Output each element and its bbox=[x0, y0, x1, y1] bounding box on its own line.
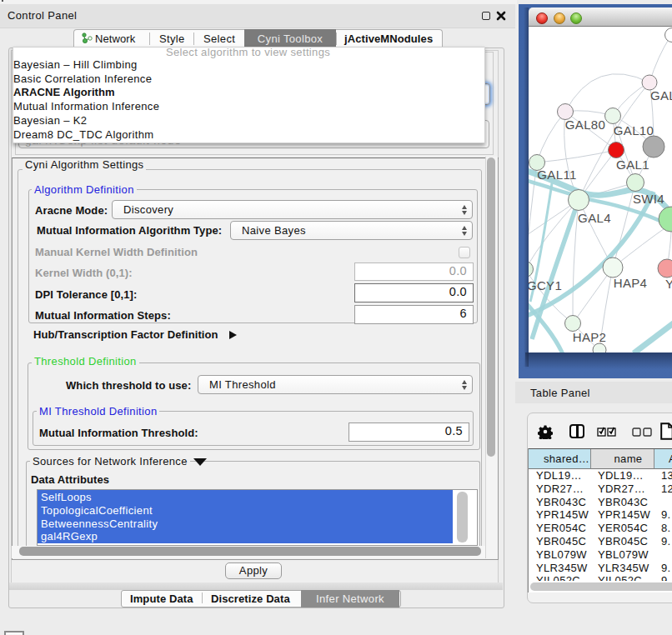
svg-text:GAL11: GAL11 bbox=[537, 168, 576, 182]
svg-text:SWI4: SWI4 bbox=[633, 192, 664, 206]
svg-text:Y: Y bbox=[665, 277, 672, 291]
svg-text:HAP4: HAP4 bbox=[614, 276, 648, 290]
svg-text:GAL80: GAL80 bbox=[565, 118, 605, 132]
svg-text:HAP2: HAP2 bbox=[573, 330, 607, 344]
svg-text:GAL2: GAL2 bbox=[650, 88, 672, 102]
svg-text:GCY1: GCY1 bbox=[529, 278, 562, 292]
svg-text:GAL1: GAL1 bbox=[616, 158, 649, 172]
svg-text:GAL4: GAL4 bbox=[578, 211, 611, 225]
svg-text:GAL10: GAL10 bbox=[614, 123, 654, 138]
